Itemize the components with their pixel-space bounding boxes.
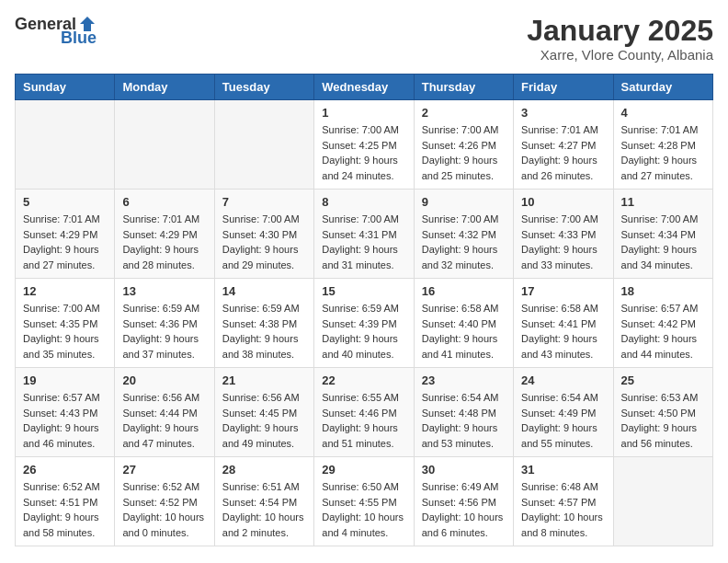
day-info: Sunrise: 7:00 AM Sunset: 4:34 PM Dayligh…	[621, 212, 705, 272]
calendar-cell: 23Sunrise: 6:54 AM Sunset: 4:48 PM Dayli…	[414, 368, 513, 457]
calendar-cell: 1Sunrise: 7:00 AM Sunset: 4:25 PM Daylig…	[314, 100, 414, 190]
calendar-cell: 2Sunrise: 7:00 AM Sunset: 4:26 PM Daylig…	[414, 100, 513, 190]
day-info: Sunrise: 6:56 AM Sunset: 4:44 PM Dayligh…	[122, 390, 206, 451]
calendar-week-row: 1Sunrise: 7:00 AM Sunset: 4:25 PM Daylig…	[16, 100, 713, 190]
calendar-cell	[214, 100, 313, 190]
calendar-cell	[613, 457, 712, 546]
day-info: Sunrise: 7:01 AM Sunset: 4:29 PM Dayligh…	[23, 212, 107, 272]
day-info: Sunrise: 6:59 AM Sunset: 4:36 PM Dayligh…	[122, 301, 206, 362]
day-number: 22	[322, 373, 405, 387]
calendar-cell: 24Sunrise: 6:54 AM Sunset: 4:49 PM Dayli…	[514, 368, 613, 457]
calendar-cell: 17Sunrise: 6:58 AM Sunset: 4:41 PM Dayli…	[514, 279, 613, 368]
day-info: Sunrise: 7:00 AM Sunset: 4:25 PM Dayligh…	[322, 122, 405, 183]
day-number: 12	[23, 284, 107, 298]
weekday-header: Monday	[115, 75, 214, 100]
day-info: Sunrise: 6:58 AM Sunset: 4:41 PM Dayligh…	[521, 301, 605, 362]
calendar-cell: 22Sunrise: 6:55 AM Sunset: 4:46 PM Dayli…	[314, 368, 414, 457]
calendar-cell: 4Sunrise: 7:01 AM Sunset: 4:28 PM Daylig…	[613, 100, 712, 190]
day-number: 25	[621, 373, 705, 387]
weekday-header: Wednesday	[314, 75, 414, 100]
page-header: General Blue January 2025 Xarre, Vlore C…	[15, 15, 713, 63]
calendar-cell: 31Sunrise: 6:48 AM Sunset: 4:57 PM Dayli…	[514, 457, 613, 546]
day-info: Sunrise: 7:01 AM Sunset: 4:29 PM Dayligh…	[122, 212, 206, 272]
calendar-cell: 30Sunrise: 6:49 AM Sunset: 4:56 PM Dayli…	[414, 457, 513, 546]
calendar-cell: 19Sunrise: 6:57 AM Sunset: 4:43 PM Dayli…	[16, 368, 115, 457]
day-number: 13	[122, 284, 206, 298]
day-info: Sunrise: 7:00 AM Sunset: 4:31 PM Dayligh…	[322, 212, 405, 272]
day-number: 21	[222, 373, 306, 387]
day-info: Sunrise: 6:48 AM Sunset: 4:57 PM Dayligh…	[521, 479, 605, 540]
logo: General Blue	[15, 15, 97, 46]
day-info: Sunrise: 6:50 AM Sunset: 4:55 PM Dayligh…	[322, 479, 405, 540]
day-info: Sunrise: 7:00 AM Sunset: 4:30 PM Dayligh…	[222, 212, 306, 272]
day-info: Sunrise: 6:49 AM Sunset: 4:56 PM Dayligh…	[422, 479, 506, 540]
day-info: Sunrise: 7:01 AM Sunset: 4:27 PM Dayligh…	[521, 122, 605, 183]
day-number: 17	[521, 284, 605, 298]
weekday-header-row: SundayMondayTuesdayWednesdayThursdayFrid…	[16, 75, 713, 100]
day-number: 3	[521, 106, 605, 120]
day-number: 4	[621, 106, 705, 120]
day-info: Sunrise: 6:59 AM Sunset: 4:39 PM Dayligh…	[322, 301, 405, 362]
day-info: Sunrise: 6:53 AM Sunset: 4:50 PM Dayligh…	[621, 390, 705, 451]
weekday-header: Tuesday	[214, 75, 313, 100]
day-info: Sunrise: 6:55 AM Sunset: 4:46 PM Dayligh…	[322, 390, 405, 451]
day-info: Sunrise: 7:00 AM Sunset: 4:26 PM Dayligh…	[422, 122, 506, 183]
calendar-week-row: 26Sunrise: 6:52 AM Sunset: 4:51 PM Dayli…	[16, 457, 713, 546]
weekday-header: Thursday	[414, 75, 513, 100]
day-number: 29	[322, 463, 405, 477]
day-number: 11	[621, 195, 705, 209]
calendar-cell: 14Sunrise: 6:59 AM Sunset: 4:38 PM Dayli…	[214, 279, 313, 368]
day-info: Sunrise: 7:00 AM Sunset: 4:32 PM Dayligh…	[422, 212, 506, 272]
day-number: 6	[122, 195, 206, 209]
day-number: 24	[521, 373, 605, 387]
day-info: Sunrise: 6:52 AM Sunset: 4:51 PM Dayligh…	[23, 479, 107, 540]
day-number: 1	[322, 106, 405, 120]
calendar-cell: 25Sunrise: 6:53 AM Sunset: 4:50 PM Dayli…	[613, 368, 712, 457]
day-info: Sunrise: 6:52 AM Sunset: 4:52 PM Dayligh…	[122, 479, 206, 540]
calendar-cell: 3Sunrise: 7:01 AM Sunset: 4:27 PM Daylig…	[514, 100, 613, 190]
logo-blue: Blue	[61, 29, 97, 46]
calendar-week-row: 19Sunrise: 6:57 AM Sunset: 4:43 PM Dayli…	[16, 368, 713, 457]
day-info: Sunrise: 6:57 AM Sunset: 4:43 PM Dayligh…	[23, 390, 107, 451]
weekday-header: Friday	[514, 75, 613, 100]
calendar-cell	[115, 100, 214, 190]
day-number: 20	[122, 373, 206, 387]
calendar-week-row: 5Sunrise: 7:01 AM Sunset: 4:29 PM Daylig…	[16, 190, 713, 279]
calendar-cell: 28Sunrise: 6:51 AM Sunset: 4:54 PM Dayli…	[214, 457, 313, 546]
day-number: 14	[222, 284, 306, 298]
calendar-cell: 16Sunrise: 6:58 AM Sunset: 4:40 PM Dayli…	[414, 279, 513, 368]
calendar-cell: 9Sunrise: 7:00 AM Sunset: 4:32 PM Daylig…	[414, 190, 513, 279]
calendar-title: January 2025	[527, 15, 713, 47]
calendar-cell: 27Sunrise: 6:52 AM Sunset: 4:52 PM Dayli…	[115, 457, 214, 546]
day-number: 16	[422, 284, 506, 298]
day-number: 7	[222, 195, 306, 209]
day-info: Sunrise: 6:56 AM Sunset: 4:45 PM Dayligh…	[222, 390, 306, 451]
day-number: 2	[422, 106, 506, 120]
calendar-cell: 10Sunrise: 7:00 AM Sunset: 4:33 PM Dayli…	[514, 190, 613, 279]
day-info: Sunrise: 7:00 AM Sunset: 4:33 PM Dayligh…	[521, 212, 605, 272]
calendar-cell: 8Sunrise: 7:00 AM Sunset: 4:31 PM Daylig…	[314, 190, 414, 279]
calendar-cell: 12Sunrise: 7:00 AM Sunset: 4:35 PM Dayli…	[16, 279, 115, 368]
day-number: 31	[521, 463, 605, 477]
day-number: 18	[621, 284, 705, 298]
day-number: 27	[122, 463, 206, 477]
calendar-cell: 21Sunrise: 6:56 AM Sunset: 4:45 PM Dayli…	[214, 368, 313, 457]
day-info: Sunrise: 6:59 AM Sunset: 4:38 PM Dayligh…	[222, 301, 306, 362]
calendar-cell: 6Sunrise: 7:01 AM Sunset: 4:29 PM Daylig…	[115, 190, 214, 279]
day-number: 9	[422, 195, 506, 209]
calendar-cell: 15Sunrise: 6:59 AM Sunset: 4:39 PM Dayli…	[314, 279, 414, 368]
day-info: Sunrise: 7:01 AM Sunset: 4:28 PM Dayligh…	[621, 122, 705, 183]
calendar-cell: 26Sunrise: 6:52 AM Sunset: 4:51 PM Dayli…	[16, 457, 115, 546]
calendar-cell	[16, 100, 115, 190]
calendar-cell: 11Sunrise: 7:00 AM Sunset: 4:34 PM Dayli…	[613, 190, 712, 279]
day-number: 5	[23, 195, 107, 209]
calendar-cell: 5Sunrise: 7:01 AM Sunset: 4:29 PM Daylig…	[16, 190, 115, 279]
day-number: 28	[222, 463, 306, 477]
day-info: Sunrise: 6:57 AM Sunset: 4:42 PM Dayligh…	[621, 301, 705, 362]
calendar-table: SundayMondayTuesdayWednesdayThursdayFrid…	[15, 74, 713, 546]
weekday-header: Sunday	[16, 75, 115, 100]
title-block: January 2025 Xarre, Vlore County, Albani…	[527, 15, 713, 63]
day-number: 15	[322, 284, 405, 298]
day-number: 30	[422, 463, 506, 477]
day-info: Sunrise: 6:51 AM Sunset: 4:54 PM Dayligh…	[222, 479, 306, 540]
